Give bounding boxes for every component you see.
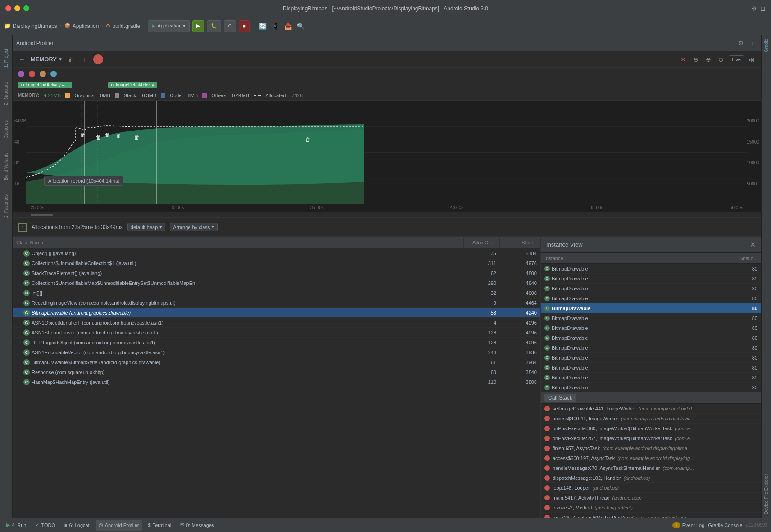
zoom-out-btn[interactable]: ⊖ — [691, 54, 701, 64]
export-btn[interactable]: ↑ — [80, 54, 90, 64]
fit-btn[interactable]: ⊙ — [716, 54, 726, 64]
instance-row[interactable]: C BitmapDrawable 80 — [541, 313, 761, 323]
call-stack-title[interactable]: Call Stack — [544, 394, 576, 402]
chart-scrollbar[interactable] — [13, 212, 761, 218]
panel-project[interactable]: 1: Project — [2, 46, 10, 70]
event-log-btn[interactable]: 1 Event Log — [672, 522, 705, 528]
instance-row[interactable]: C BitmapDrawable 80 — [541, 333, 761, 343]
run-button[interactable]: ▶ — [192, 20, 204, 32]
table-row[interactable]: C HashMap$HashMapEntry (java.util) 110 3… — [13, 377, 540, 387]
delete-heap-btn[interactable]: 🗑 — [66, 54, 76, 64]
table-row[interactable]: C BitmapDrawable (android.graphics.drawa… — [13, 308, 540, 318]
table-row[interactable]: C Collections$UnmodifiableMap$Unmodifiab… — [13, 278, 540, 288]
debug-button[interactable]: 🐛 — [207, 20, 221, 32]
run-tab[interactable]: ▶ 4: Run — [4, 520, 29, 531]
memory-chevron: ▼ — [58, 57, 63, 62]
cs-row[interactable]: access$600:197, AsyncTask (com.example.a… — [541, 453, 761, 463]
cs-row[interactable]: run:726, ZygoteInit$MethodAndArgsCaller … — [541, 513, 761, 518]
instance-close-btn[interactable]: ✕ — [750, 240, 756, 249]
minimize-button[interactable] — [14, 5, 20, 11]
close-button[interactable] — [5, 5, 11, 11]
instance-row[interactable]: C BitmapDrawable 80 — [541, 323, 761, 333]
device-file-explorer-tab[interactable]: Device File Explorer — [762, 470, 771, 518]
panel-captures[interactable]: Captures — [2, 117, 10, 141]
table-row[interactable]: C ASN1StreamParser (com.android.org.boun… — [13, 328, 540, 338]
profiler-settings[interactable]: ⚙ — [736, 38, 746, 48]
memory-dropdown[interactable]: MEMORY ▼ — [31, 56, 63, 63]
go-to-end-btn[interactable]: ⏭ — [747, 54, 757, 64]
app-config-label[interactable]: Application — [73, 23, 99, 29]
table-row[interactable]: C Collections$UnmodifiableCollection$1 (… — [13, 258, 540, 268]
instance-row-selected[interactable]: C BitmapDrawable 80 — [541, 303, 761, 313]
search-button[interactable]: 🔍 — [295, 21, 305, 31]
table-row[interactable]: C ASN1EncodableVector (com.android.org.b… — [13, 347, 540, 357]
panel-build-variants[interactable]: Build Variants — [2, 150, 10, 183]
instance-row[interactable]: C BitmapDrawable 80 — [541, 373, 761, 383]
back-button[interactable]: ← — [17, 54, 27, 64]
instance-row[interactable]: C BitmapDrawable 80 — [541, 284, 761, 293]
cs-row[interactable]: invoke:-2, Method (java.lang.reflect) — [541, 503, 761, 513]
stop-button[interactable]: ■ — [239, 20, 250, 32]
cs-row[interactable]: onPostExecute:360, ImageWorker$BitmapWor… — [541, 424, 761, 433]
cs-row[interactable]: main:5417, ActivityThread (android.app) — [541, 493, 761, 503]
logcat-tab[interactable]: ≡ 6: Logcat — [62, 520, 92, 531]
panel-structure[interactable]: Z: Structure — [2, 79, 10, 108]
th-class[interactable]: Class Name — [13, 237, 464, 248]
td-class: C Collections$UnmodifiableMap$Unmodifiab… — [13, 280, 464, 286]
table-row[interactable]: C StackTraceElement[] (java.lang) 62 480… — [13, 268, 540, 278]
instance-row[interactable]: C BitmapDrawable 80 — [541, 264, 761, 274]
zoom-in-btn[interactable]: ⊕ — [703, 54, 713, 64]
run-config-dropdown[interactable]: ▶ Application ▾ — [148, 20, 190, 32]
th-alloc[interactable]: Alloc C... ▲ — [464, 237, 500, 248]
cs-row[interactable]: finish:657, AsyncTask (com.example.andro… — [541, 443, 761, 453]
instance-row[interactable]: C BitmapDrawable 80 — [541, 293, 761, 303]
table-row[interactable]: C BitmapDrawable$BitmapState (android.gr… — [13, 357, 540, 367]
messages-tab[interactable]: ✉ 0: Messages — [177, 520, 217, 531]
table-row[interactable]: C Object[][] (java.lang) 36 5184 — [13, 248, 540, 258]
ith-shallow[interactable]: Shallo... — [725, 253, 761, 263]
table-row[interactable]: C int[][] 32 4608 — [13, 288, 540, 298]
todo-tab[interactable]: ✓ TODO — [32, 520, 58, 531]
class-icon: C — [23, 250, 30, 257]
scrollbar-thumb[interactable] — [31, 214, 53, 216]
cs-row[interactable]: setImageDrawable:441, ImageWorker (com.e… — [541, 404, 761, 414]
maximize-button[interactable] — [23, 5, 29, 11]
table-row[interactable]: C Response (com.squareup.okhttp) 60 3840 — [13, 367, 540, 377]
instance-row[interactable]: C BitmapDrawable 80 — [541, 343, 761, 353]
cs-row[interactable]: handleMessage:670, AsyncTask$InternalHan… — [541, 463, 761, 473]
record-button[interactable] — [93, 54, 103, 64]
instance-row[interactable]: C BitmapDrawable 80 — [541, 353, 761, 363]
cs-row[interactable]: access$400:41, ImageWorker (com.example.… — [541, 414, 761, 424]
cs-row[interactable]: loop:148, Looper (android.os) — [541, 483, 761, 493]
table-row[interactable]: C RecyclingImageView (com.example.androi… — [13, 298, 540, 308]
minimize-icon[interactable]: ⊟ — [759, 5, 766, 12]
sdk-button[interactable]: 📥 — [283, 21, 293, 31]
project-name[interactable]: DisplayingBitmaps — [13, 23, 57, 29]
instance-row[interactable]: C BitmapDrawable 80 — [541, 383, 761, 392]
gradle-tab[interactable]: Gradle — [762, 35, 771, 56]
terminal-tab[interactable]: $ Terminal — [145, 520, 174, 531]
instance-row[interactable]: C BitmapDrawable 80 — [541, 274, 761, 284]
cs-row[interactable]: dispatchMessage:102, Handler (android.os… — [541, 473, 761, 483]
profile-button[interactable]: ⊕ — [224, 20, 236, 32]
table-row[interactable]: C DERTaggedObject (com.android.org.bounc… — [13, 338, 540, 347]
svg-text:🗑: 🗑 — [305, 136, 311, 143]
th-shallow[interactable]: Shall... — [500, 237, 540, 248]
arrange-select[interactable]: Arrange by class ▾ — [170, 223, 218, 231]
avd-button[interactable]: 📱 — [270, 21, 280, 31]
settings-icon[interactable]: ⚙ — [750, 5, 757, 12]
profiler-tab[interactable]: ◎ Android Profiler — [96, 520, 142, 531]
build-file-label[interactable]: build.gradle — [112, 23, 140, 29]
sync-button[interactable]: 🔄 — [258, 21, 268, 31]
close-profiler-btn[interactable]: ✕ — [678, 54, 688, 64]
cs-row[interactable]: onPostExecute:257, ImageWorker$BitmapWor… — [541, 433, 761, 443]
ith-instance[interactable]: Instance — [541, 253, 725, 263]
heap-select[interactable]: default heap ▾ — [127, 223, 166, 231]
memory-stats-bar: MEMORY: 4.21MB Graphics: 0MB Stack: 0.3M… — [13, 90, 761, 101]
table-row[interactable]: C ASN1ObjectIdentifier[] (com.android.or… — [13, 318, 540, 328]
live-button[interactable]: Live — [729, 55, 744, 63]
instance-row[interactable]: C BitmapDrawable 80 — [541, 363, 761, 373]
panel-favorites[interactable]: 2: Favorites — [2, 192, 10, 221]
profiler-download[interactable]: ↓ — [748, 38, 757, 48]
gradle-console-btn[interactable]: Gradle Console — [708, 523, 742, 528]
